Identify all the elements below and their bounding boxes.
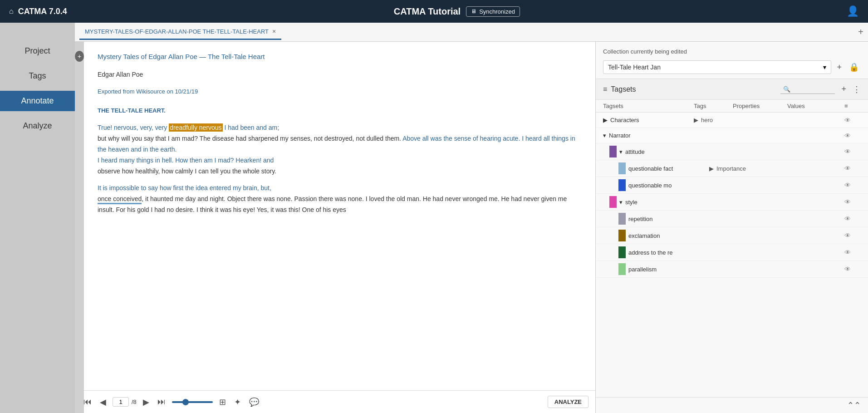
last-page-button[interactable]: ⏭ — [156, 395, 167, 408]
tag-label-qfact: questionable fact — [628, 165, 673, 172]
topbar-left: ⌂ CATMA 7.0.4 — [9, 7, 67, 16]
scroll-chevrons: ⌃⌃ — [596, 397, 868, 413]
col-menu[interactable]: ≡ — [844, 103, 861, 109]
text-span-6: observe how healthily, how calmly I can … — [98, 167, 276, 175]
page-slider[interactable] — [172, 401, 213, 403]
tag-name-qfact: questionable fact — [618, 162, 709, 174]
more-options-icon[interactable]: ⋮ — [853, 84, 861, 94]
eye-icon-address[interactable]: 👁 — [844, 249, 861, 256]
sync-badge[interactable]: 🖥 Synchronized — [466, 6, 520, 17]
color-parallelism — [618, 263, 626, 275]
eye-icon-repetition[interactable]: 👁 — [844, 215, 861, 222]
topbar: ⌂ CATMA 7.0.4 CATMA Tutorial 🖥 Synchroni… — [0, 0, 868, 23]
tag-row-questionable-fact: questionable fact ▶ Importance 👁 — [596, 160, 868, 177]
tag-row-parallelism: parallelism 👁 — [596, 261, 868, 278]
text-author: Edgar Allan Poe — [98, 69, 582, 80]
tab-bar: MYSTERY-TALES-OF-EDGAR-ALLAN-POE THE-TEL… — [75, 23, 868, 42]
content-area: MYSTERY-TALES-OF-EDGAR-ALLAN-POE THE-TEL… — [75, 23, 868, 413]
tab-close-icon[interactable]: × — [272, 28, 276, 35]
expand-hero-icon[interactable]: ▶ — [694, 117, 698, 123]
tagsets-header-right: + ⋮ — [780, 83, 861, 96]
text-paragraph-1: True! nervous, very, very dreadfully ner… — [98, 123, 582, 177]
project-name: CATMA Tutorial — [394, 6, 461, 17]
eye-icon-exclamation[interactable]: 👁 — [844, 232, 861, 239]
magic-icon[interactable]: ✦ — [232, 395, 243, 409]
text-span-7: It is impossible to say how first the id… — [98, 184, 271, 192]
main-layout: Project Tags Annotate Analyze MYSTERY-TA… — [0, 23, 868, 413]
page-number-input[interactable] — [113, 397, 129, 407]
expand-narrator-icon[interactable]: ▾ — [603, 132, 606, 139]
eye-icon-style[interactable]: 👁 — [844, 198, 861, 206]
tagset-label-narrator: Narrator — [609, 132, 631, 139]
tag-row-style: ▾ style 👁 — [596, 194, 868, 211]
text-span-8: , it haunted me day and night. Object th… — [98, 195, 567, 213]
eye-icon-parallelism[interactable]: 👁 — [844, 266, 861, 273]
text-heading: THE TELL-TALE HEART. — [98, 106, 582, 116]
analyze-button[interactable]: ANALYZE — [548, 396, 588, 408]
tag-name-style: ▾ style — [609, 196, 700, 208]
app-name: CATMA 7.0.4 — [18, 7, 67, 16]
expand-characters-icon[interactable]: ▶ — [603, 117, 608, 123]
collapse-attitude-icon[interactable]: ▾ — [619, 148, 623, 155]
document-tab[interactable]: MYSTERY-TALES-OF-EDGAR-ALLAN-POE THE-TEL… — [79, 24, 281, 40]
tag-label-style: style — [625, 199, 638, 206]
tag-list: ▶ Characters ▶ hero 👁 ▾ Narrato — [596, 113, 868, 397]
prev-page-button[interactable]: ◀ — [98, 395, 108, 409]
tag-qfact-val: ▶ Importance — [709, 165, 844, 172]
collapse-style-icon[interactable]: ▾ — [619, 199, 623, 206]
tag-name-qmo: questionable mo — [618, 179, 709, 191]
tag-row-exclamation: exclamation 👁 — [596, 227, 868, 244]
home-icon[interactable]: ⌂ — [9, 7, 14, 15]
add-collection-icon[interactable]: + — [835, 61, 843, 74]
sidebar-item-tags[interactable]: Tags — [0, 66, 75, 86]
tag-name-attitude: ▾ attitude — [609, 146, 700, 157]
collection-dropdown[interactable]: Tell-Tale Heart Jan ▾ — [603, 60, 831, 74]
text-title: Mystery Tales of Edgar Allan Poe — The T… — [98, 51, 582, 63]
collection-name: Tell-Tale Heart Jan — [608, 64, 661, 71]
comment-icon[interactable]: 💬 — [247, 395, 261, 409]
text-content[interactable]: Mystery Tales of Edgar Allan Poe — The T… — [75, 42, 595, 390]
expand-button[interactable]: + — [75, 51, 84, 62]
expand-qfact-icon[interactable]: ▶ — [709, 165, 714, 172]
eye-icon-narrator[interactable]: 👁 — [844, 132, 861, 139]
tag-row-attitude: ▾ attitude 👁 — [596, 143, 868, 160]
page-total: /8 — [132, 398, 137, 405]
text-span-5: I heard many things in hell. How then am… — [98, 157, 274, 164]
grid-view-icon[interactable]: ⊞ — [217, 395, 228, 409]
tab-label: MYSTERY-TALES-OF-EDGAR-ALLAN-POE THE-TEL… — [85, 28, 269, 35]
tagsets-search-input[interactable] — [780, 85, 835, 94]
tab-add-icon[interactable]: + — [858, 27, 863, 37]
tag-label-qmo: questionable mo — [628, 182, 672, 189]
text-export: Exported from Wikisource on 10/21/19 — [98, 87, 582, 97]
tag-row-questionable-mo: questionable mo 👁 — [596, 177, 868, 194]
scroll-handle: + — [75, 42, 84, 413]
eye-icon-attitude[interactable]: 👁 — [844, 148, 861, 155]
tag-hero: ▶ hero — [694, 117, 844, 123]
text-pane: + Mystery Tales of Edgar Allan Poe — The… — [75, 42, 596, 413]
two-pane: + Mystery Tales of Edgar Allan Poe — The… — [75, 42, 868, 413]
sidebar-item-analyze[interactable]: Analyze — [0, 116, 75, 136]
collection-selector: Tell-Tale Heart Jan ▾ + 🔒 — [596, 58, 868, 79]
sidebar-item-project[interactable]: Project — [0, 41, 75, 61]
color-exclamation — [618, 230, 626, 241]
tag-name-parallelism: parallelism — [618, 263, 709, 275]
next-page-button[interactable]: ▶ — [141, 395, 151, 409]
add-tagset-icon[interactable]: + — [839, 83, 848, 96]
tagsets-header: ≡ Tagsets + ⋮ — [596, 79, 868, 100]
chevron-down-icon: ▾ — [823, 64, 826, 71]
tag-label-parallelism: parallelism — [628, 266, 657, 273]
color-attitude — [609, 146, 617, 157]
sidebar-item-annotate[interactable]: Annotate — [0, 91, 75, 111]
eye-icon-characters[interactable]: 👁 — [844, 117, 861, 124]
lock-icon[interactable]: 🔒 — [847, 60, 861, 74]
text-paragraph-2: It is impossible to say how first the id… — [98, 183, 582, 215]
text-span-2: I had been and am; — [223, 124, 280, 131]
topbar-center: CATMA Tutorial 🖥 Synchronized — [394, 6, 520, 17]
eye-icon-qfact[interactable]: 👁 — [844, 165, 861, 172]
tag-label-address: address to the re — [628, 249, 673, 256]
scroll-up-icon[interactable]: ⌃⌃ — [847, 400, 861, 410]
user-icon[interactable]: 👤 — [847, 5, 859, 17]
eye-icon-qmo[interactable]: 👁 — [844, 182, 861, 189]
col-tags: Tags — [694, 103, 733, 109]
tag-hero-label: hero — [701, 117, 713, 123]
